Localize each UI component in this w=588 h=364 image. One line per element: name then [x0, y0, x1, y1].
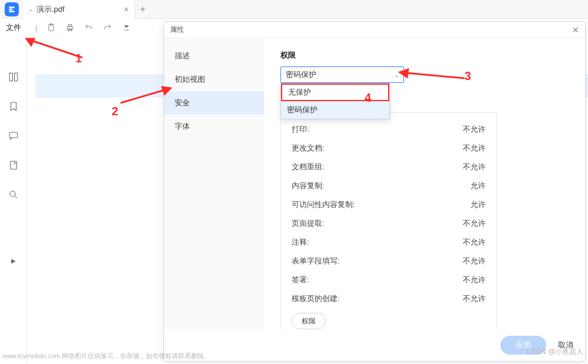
svg-rect-7 — [9, 132, 18, 138]
svg-point-9 — [10, 191, 15, 196]
chevron-down-icon: ⌄ — [28, 6, 33, 12]
thumbnails-icon[interactable] — [8, 72, 19, 82]
close-icon[interactable]: ✕ — [572, 25, 579, 35]
select-value: 密码保护 — [286, 69, 316, 80]
dropdown-icon[interactable] — [122, 23, 131, 32]
undo-icon[interactable] — [84, 23, 93, 32]
sidenav-item-fonts[interactable]: 字体 — [164, 115, 264, 138]
permissions-button[interactable]: 权限 — [292, 313, 326, 329]
svg-marker-13 — [162, 87, 171, 94]
perm-row: 文档重组:不允许 — [292, 158, 486, 176]
permissions-box: 打印:不允许 更改文档:不允许 文档重组:不允许 内容复制:允许 可访问性内容复… — [280, 112, 497, 329]
perm-row: 表单字段填写:不允许 — [292, 252, 486, 271]
left-rail: ▶ — [0, 36, 27, 364]
annotation-number-4: 4 — [365, 91, 371, 105]
svg-rect-6 — [14, 73, 17, 81]
annotation-arrow-3 — [394, 66, 470, 84]
expand-icon[interactable]: ▶ — [11, 258, 16, 264]
annotation-number-1: 1 — [75, 52, 82, 65]
file-menu[interactable]: 文件 — [6, 22, 21, 33]
section-heading: 权限 — [280, 50, 569, 61]
clipboard-icon[interactable] — [46, 23, 56, 32]
protection-dropdown: 无保护 密码保护 — [280, 83, 390, 119]
option-no-protection[interactable]: 无保护 — [281, 84, 389, 101]
perm-row: 打印:不允许 — [292, 120, 486, 139]
annotation-arrow-2 — [118, 82, 176, 106]
close-icon[interactable]: × — [124, 5, 129, 14]
toolbar-separator: | — [35, 24, 37, 32]
annotation-number-3: 3 — [465, 69, 471, 83]
document-tab[interactable]: ⌄ 演示.pdf × — [24, 0, 135, 19]
dialog-footer: 应用 取消 — [164, 329, 585, 361]
dialog-sidenav: 描述 初始视图 安全 字体 — [164, 38, 264, 329]
dialog-header: 属性 ✕ — [164, 22, 585, 38]
perm-row: 更改文档:不允许 — [292, 139, 486, 158]
new-tab-button[interactable]: + — [140, 5, 145, 14]
perm-row: 可访问性内容复制:允许 — [292, 195, 486, 214]
svg-marker-15 — [400, 69, 408, 77]
search-icon[interactable] — [8, 189, 19, 200]
svg-rect-3 — [69, 25, 72, 26]
watermark-footer: www.toymoban.com 网络图片仅供展示，非存储，如有侵权请联系删除。 — [2, 352, 211, 360]
protection-select[interactable]: 密码保护 ⌄ — [280, 66, 404, 83]
perm-row: 签署:不允许 — [292, 271, 486, 289]
perm-row: 页面提取:不允许 — [292, 214, 486, 233]
tab-title: 演示.pdf — [36, 4, 124, 15]
logo-icon — [8, 5, 16, 14]
perm-row: 内容复制:允许 — [292, 176, 486, 195]
perm-row: 注释:不允许 — [292, 233, 486, 252]
perm-row: 模板页的创建:不允许 — [292, 289, 486, 308]
annotation-number-2: 2 — [112, 105, 118, 118]
svg-line-14 — [400, 72, 465, 78]
bookmark-icon[interactable] — [8, 101, 19, 112]
tab-bar: ⌄ 演示.pdf × + — [0, 0, 588, 19]
redo-icon[interactable] — [103, 23, 112, 32]
svg-marker-11 — [26, 39, 34, 45]
svg-line-10 — [26, 39, 82, 58]
attachment-icon[interactable] — [8, 160, 19, 171]
app-logo — [5, 2, 19, 16]
option-password-protection[interactable]: 密码保护 — [281, 101, 389, 119]
sidenav-item-description[interactable]: 描述 — [164, 44, 264, 68]
watermark-csdn: CSDN @小奥超人 — [526, 347, 583, 357]
print-icon[interactable] — [65, 23, 75, 32]
properties-dialog: 属性 ✕ 描述 初始视图 安全 字体 权限 密码保护 ⌄ 无保护 密码保护 打印 — [163, 21, 586, 362]
dialog-title: 属性 — [170, 25, 184, 35]
comment-icon[interactable] — [8, 131, 19, 141]
svg-rect-8 — [10, 161, 16, 169]
svg-rect-2 — [68, 26, 73, 29]
sidenav-item-security[interactable]: 安全 — [164, 91, 264, 115]
sidenav-item-initial-view[interactable]: 初始视图 — [164, 68, 264, 91]
svg-rect-5 — [9, 73, 12, 81]
